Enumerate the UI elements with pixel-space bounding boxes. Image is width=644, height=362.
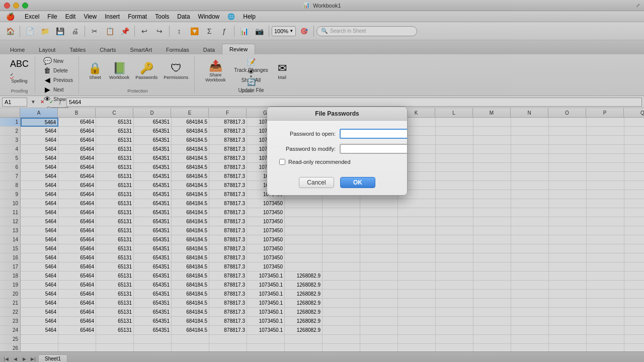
dialog-buttons: Cancel OK [267,173,407,195]
password-open-row: Password to open: [275,129,399,139]
password-open-label: Password to open: [275,131,336,137]
cancel-button[interactable]: Cancel [299,177,334,188]
readonly-checkbox[interactable] [279,159,285,165]
readonly-row: Read-only recommended [275,159,399,165]
ok-button[interactable]: OK [340,177,375,188]
password-modify-input[interactable] [340,144,408,154]
password-modify-row: Password to modify: [275,144,399,154]
dialog-body: Password to open: Password to modify: Re… [267,121,407,173]
readonly-label: Read-only recommended [288,159,351,165]
file-passwords-dialog: File Passwords Password to open: Passwor… [267,107,408,196]
password-modify-label: Password to modify: [275,146,336,152]
dialog-overlay: File Passwords Password to open: Passwor… [0,0,644,362]
dialog-title: File Passwords [267,107,407,121]
password-open-input[interactable] [340,129,408,139]
